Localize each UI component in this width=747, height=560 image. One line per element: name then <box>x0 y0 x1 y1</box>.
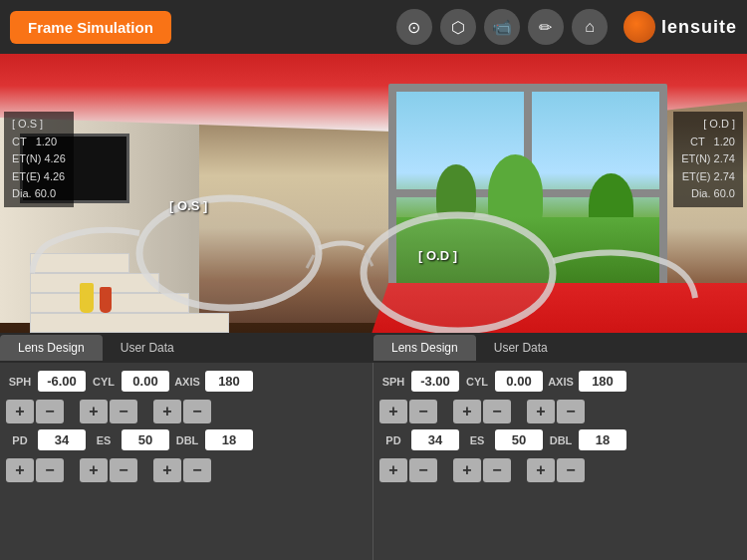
left-axis-value: 180 <box>205 371 253 392</box>
right-cyl-plus[interactable]: + <box>453 400 481 423</box>
right-es-plus[interactable]: + <box>453 458 481 482</box>
right-dbl-value: 18 <box>579 429 626 450</box>
left-pd-steppers: + − <box>6 458 64 482</box>
right-axis-plus[interactable]: + <box>527 400 555 423</box>
tab-right-lens-design[interactable]: Lens Design <box>374 335 476 361</box>
right-sph-plus[interactable]: + <box>379 400 407 423</box>
right-sph-label: SPH <box>379 376 407 388</box>
camera-icon[interactable]: 📹 <box>484 9 520 45</box>
right-pd-plus[interactable]: + <box>379 458 407 482</box>
left-dbl-value: 18 <box>205 429 253 450</box>
bottom-controls: SPH -6.00 CYL 0.00 AXIS 180 + − <box>0 363 747 560</box>
od-info-box: [ O.D ] CT 1.20 ET(N) 2.74 ET(E) 2.74 Di… <box>673 112 743 207</box>
left-sph-value: -6.00 <box>38 371 86 392</box>
vase-1 <box>80 283 94 313</box>
logo-text: lensuite <box>661 17 737 38</box>
right-pd-minus[interactable]: − <box>409 458 437 482</box>
vase-2 <box>100 287 112 313</box>
od-box-label: [ O.D ] <box>681 116 735 134</box>
left-sph-plus[interactable]: + <box>6 400 34 423</box>
os-viewport-label: [ O.S ] <box>169 198 207 213</box>
right-steppers-row2: + − + − + − <box>379 458 741 482</box>
left-pd-plus[interactable]: + <box>6 458 34 482</box>
right-sph-minus[interactable]: − <box>409 400 437 423</box>
right-sph-group: SPH -3.00 <box>379 371 459 396</box>
right-axis-steppers: + − <box>527 400 585 423</box>
od-ct: CT 1.20 <box>681 134 735 151</box>
right-es-steppers: + − <box>453 458 511 482</box>
right-es-label: ES <box>463 434 491 446</box>
right-cyl-label: CYL <box>463 376 491 388</box>
right-cyl-value: 0.00 <box>495 371 543 392</box>
left-dbl-label: DBL <box>173 434 201 446</box>
right-es-minus[interactable]: − <box>483 458 511 482</box>
left-sph-minus[interactable]: − <box>36 400 64 423</box>
od-dia: Dia. 60.0 <box>681 185 735 203</box>
left-cyl-label: CYL <box>90 376 118 388</box>
left-sph-label: SPH <box>6 376 34 388</box>
right-axis-value: 180 <box>579 371 626 392</box>
right-dbl-plus[interactable]: + <box>527 458 555 482</box>
right-axis-group: AXIS 180 <box>547 371 626 396</box>
os-ete: ET(E) 4.26 <box>12 168 66 186</box>
left-dbl-plus[interactable]: + <box>153 458 181 482</box>
left-axis-group: AXIS 180 <box>173 371 253 396</box>
right-cyl-group: CYL 0.00 <box>463 371 543 396</box>
left-pd-minus[interactable]: − <box>36 458 64 482</box>
right-dbl-label: DBL <box>547 434 575 446</box>
left-es-label: ES <box>90 434 118 446</box>
right-dbl-steppers: + − <box>527 458 585 482</box>
left-es-group: ES 50 <box>90 429 169 454</box>
left-dbl-steppers: + − <box>153 458 211 482</box>
right-axis-minus[interactable]: − <box>557 400 585 423</box>
tabs-right-bar: Lens Design User Data <box>374 333 747 363</box>
tab-right-user-data[interactable]: User Data <box>476 335 566 361</box>
od-ete: ET(E) 2.74 <box>681 168 735 186</box>
left-sph-steppers: + − <box>6 400 64 423</box>
left-axis-plus[interactable]: + <box>153 400 181 423</box>
hexagon-icon[interactable]: ⬡ <box>440 9 476 45</box>
target-icon[interactable]: ⊙ <box>396 9 432 45</box>
left-pd-group: PD 34 <box>6 429 86 454</box>
tab-left-user-data[interactable]: User Data <box>103 335 192 361</box>
tree-1 <box>436 164 476 224</box>
left-dbl-minus[interactable]: − <box>183 458 211 482</box>
os-dia: Dia. 60.0 <box>12 185 66 203</box>
os-etn: ET(N) 4.26 <box>12 150 66 168</box>
left-dbl-group: DBL 18 <box>173 429 253 454</box>
left-row1: SPH -6.00 CYL 0.00 AXIS 180 <box>6 371 367 396</box>
tabs-left-bar: Lens Design User Data <box>0 333 374 363</box>
os-ct: CT 1.20 <box>12 134 66 151</box>
right-es-value: 50 <box>495 429 543 450</box>
left-axis-minus[interactable]: − <box>183 400 211 423</box>
right-pd-value: 34 <box>411 429 459 450</box>
frame-simulation-button[interactable]: Frame Simulation <box>10 11 171 44</box>
right-cyl-minus[interactable]: − <box>483 400 511 423</box>
right-row3: PD 34 ES 50 DBL 18 <box>379 429 741 454</box>
left-cyl-value: 0.00 <box>122 371 169 392</box>
left-pd-label: PD <box>6 434 34 446</box>
right-row1: SPH -3.00 CYL 0.00 AXIS 180 <box>379 371 741 396</box>
left-steppers-row2: + − + − + − <box>6 458 367 482</box>
pencil-icon[interactable]: ✏ <box>528 9 564 45</box>
left-axis-label: AXIS <box>173 376 201 388</box>
left-es-plus[interactable]: + <box>80 458 108 482</box>
right-dbl-minus[interactable]: − <box>557 458 585 482</box>
header: Frame Simulation ⊙ ⬡ 📹 ✏ ⌂ lensuite <box>0 0 747 54</box>
right-steppers-row1: + − + − + − <box>379 400 741 423</box>
right-axis-label: AXIS <box>547 376 575 388</box>
left-cyl-plus[interactable]: + <box>80 400 108 423</box>
logo-circle <box>623 11 655 43</box>
od-etn: ET(N) 2.74 <box>681 150 735 168</box>
right-dbl-group: DBL 18 <box>547 429 626 454</box>
right-sph-steppers: + − <box>379 400 437 423</box>
right-pd-label: PD <box>379 434 407 446</box>
lensuite-logo: lensuite <box>623 11 737 43</box>
left-cyl-minus[interactable]: − <box>110 400 137 423</box>
right-sph-value: -3.00 <box>411 371 459 392</box>
left-es-minus[interactable]: − <box>110 458 137 482</box>
shelf-3 <box>30 273 159 293</box>
tab-left-lens-design[interactable]: Lens Design <box>0 335 103 361</box>
home-icon[interactable]: ⌂ <box>572 9 608 45</box>
right-es-group: ES 50 <box>463 429 543 454</box>
